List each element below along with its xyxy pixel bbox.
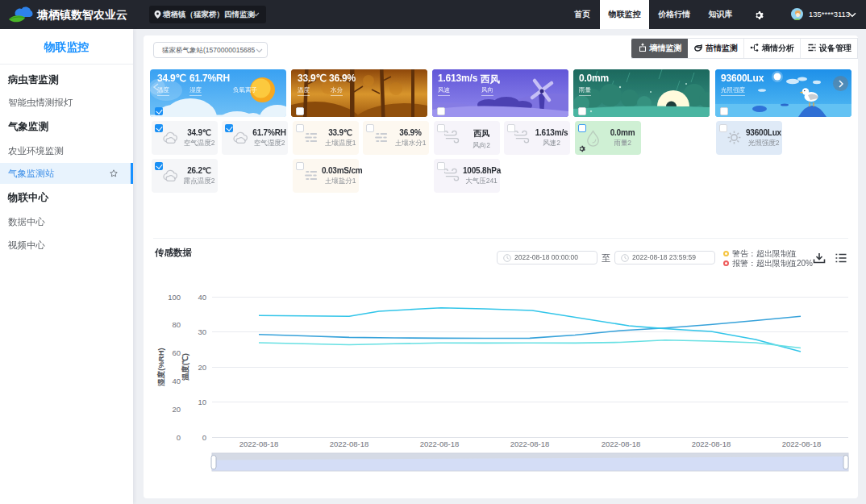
- svg-text:湿度(%RH): 湿度(%RH): [156, 348, 165, 387]
- svg-text:2022-08-18: 2022-08-18: [239, 439, 279, 448]
- svg-text:20: 20: [198, 363, 206, 372]
- svg-text:40: 40: [198, 293, 206, 302]
- svg-text:30: 30: [198, 327, 206, 336]
- svg-text:2022-08-18: 2022-08-18: [602, 439, 641, 448]
- svg-text:0: 0: [177, 433, 181, 442]
- svg-text:2022-08-18: 2022-08-18: [782, 439, 822, 448]
- svg-text:20: 20: [172, 405, 181, 414]
- svg-text:0: 0: [202, 433, 206, 442]
- svg-text:2022-08-18: 2022-08-18: [330, 439, 369, 448]
- svg-text:10: 10: [198, 398, 206, 406]
- svg-text:60: 60: [172, 348, 181, 357]
- svg-text:100: 100: [168, 293, 181, 302]
- svg-text:2022-08-18: 2022-08-18: [692, 439, 731, 448]
- svg-text:2022-08-18: 2022-08-18: [420, 439, 460, 448]
- svg-text:40: 40: [172, 377, 181, 385]
- svg-text:2022-08-18: 2022-08-18: [510, 439, 550, 448]
- svg-text:80: 80: [172, 320, 181, 329]
- svg-text:温度(℃): 温度(℃): [181, 353, 189, 381]
